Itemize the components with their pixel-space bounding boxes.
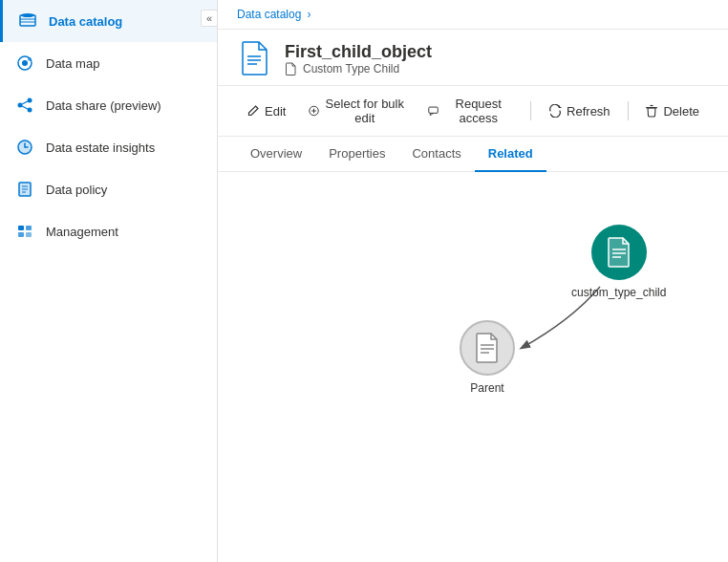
delete-button[interactable]: Delete (635, 99, 709, 123)
svg-rect-19 (18, 232, 24, 237)
svg-point-5 (22, 60, 28, 66)
svg-point-9 (18, 103, 23, 108)
sidebar: « Data catalog Data map (0, 0, 218, 562)
sidebar-label-data-policy: Data policy (46, 183, 107, 197)
toolbar-separator-2 (628, 101, 629, 120)
toolbar: Edit Select for bulk edit Request access (218, 86, 728, 137)
svg-line-10 (22, 101, 28, 104)
svg-rect-18 (26, 226, 32, 230)
sidebar-item-data-estate[interactable]: Data estate insights (0, 126, 217, 168)
page-title: First_child_object (285, 42, 432, 62)
related-content: custom_type_child Parent (218, 172, 728, 562)
parent-node-icon (474, 333, 501, 363)
page-subtitle: Custom Type Child (285, 62, 432, 76)
sidebar-item-data-catalog[interactable]: Data catalog (0, 0, 217, 42)
header-text: First_child_object Custom Type Child (285, 42, 432, 76)
breadcrumb-separator: › (307, 8, 310, 21)
tab-related[interactable]: Related (475, 137, 546, 172)
sidebar-label-management: Management (46, 225, 118, 239)
svg-point-1 (21, 13, 34, 17)
tab-bar: Overview Properties Contacts Related (218, 137, 728, 172)
sidebar-item-data-share[interactable]: Data share (preview) (0, 84, 217, 126)
child-node[interactable]: custom_type_child (571, 225, 666, 299)
data-share-icon (15, 96, 34, 115)
child-node-circle (591, 225, 647, 280)
management-icon (15, 222, 34, 241)
sidebar-label-data-catalog: Data catalog (49, 14, 122, 29)
main-panel: Data catalog › First_child_object Custom… (218, 0, 728, 562)
parent-node[interactable]: Parent (460, 320, 515, 395)
svg-rect-17 (18, 226, 24, 230)
page-header: First_child_object Custom Type Child (218, 30, 728, 86)
refresh-icon (548, 104, 562, 118)
breadcrumb: Data catalog › (218, 0, 728, 30)
data-estate-icon (15, 138, 34, 157)
child-node-icon (606, 237, 632, 268)
edit-icon (246, 104, 260, 118)
bulk-edit-button[interactable]: Select for bulk edit (299, 92, 415, 130)
sidebar-label-data-share: Data share (preview) (46, 98, 161, 113)
svg-line-11 (22, 106, 28, 109)
toolbar-separator-1 (530, 101, 531, 120)
tab-overview[interactable]: Overview (237, 137, 315, 172)
data-catalog-icon (18, 11, 37, 31)
delete-icon (645, 104, 658, 118)
sidebar-label-data-estate: Data estate insights (46, 140, 155, 155)
data-map-icon (15, 54, 34, 73)
svg-point-6 (28, 57, 32, 61)
svg-rect-20 (26, 232, 32, 237)
sidebar-collapse-button[interactable]: « (201, 10, 218, 27)
chat-icon (428, 104, 439, 118)
svg-rect-27 (429, 107, 438, 113)
data-policy-icon (15, 180, 34, 199)
child-node-label: custom_type_child (571, 286, 666, 299)
refresh-button[interactable]: Refresh (539, 99, 620, 123)
request-access-button[interactable]: Request access (418, 92, 523, 130)
svg-point-8 (28, 108, 32, 113)
sidebar-item-management[interactable]: Management (0, 210, 217, 252)
sidebar-item-data-map[interactable]: Data map (0, 42, 217, 84)
svg-point-7 (28, 98, 32, 103)
sidebar-label-data-map: Data map (46, 56, 99, 71)
parent-node-circle (460, 320, 515, 376)
tab-properties[interactable]: Properties (315, 137, 398, 172)
breadcrumb-link[interactable]: Data catalog (237, 8, 301, 21)
tab-contacts[interactable]: Contacts (398, 137, 474, 172)
sidebar-item-data-policy[interactable]: Data policy (0, 168, 217, 210)
plus-circle-icon (309, 104, 319, 118)
object-icon (237, 39, 271, 77)
parent-node-label: Parent (470, 381, 503, 395)
edit-button[interactable]: Edit (237, 99, 295, 123)
